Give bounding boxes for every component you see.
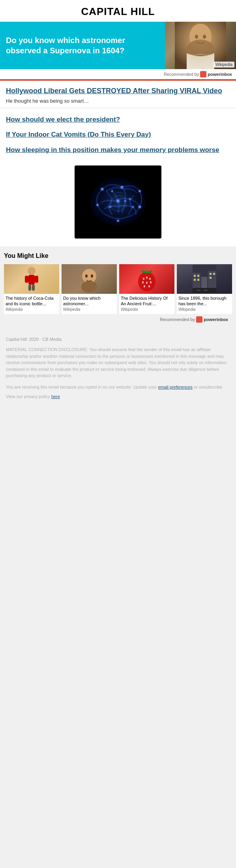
card-1[interactable]: Do you know which astronomer... Wikipedi… [62,264,117,314]
brain-image [75,165,161,239]
card-3[interactable]: Since 1896, this borough has been the...… [177,264,232,314]
svg-rect-43 [197,275,199,277]
svg-point-4 [203,35,206,39]
svg-rect-47 [213,273,215,275]
card-3-source: Wikipedia [177,307,232,314]
card-2-title: The Delicious History Of An Ancient Frui… [119,294,174,308]
card-2-image [119,264,174,294]
bottom-space [0,412,236,649]
ad-banner-text: Do you know which astronomer observed a … [6,35,140,56]
footer: Capital Hill: 2020 · CB Media. MATERIAL … [0,331,236,412]
svg-point-28 [91,274,93,278]
links-section: How should we elect the president? If Yo… [0,108,236,161]
card-2[interactable]: The Delicious History Of An Ancient Frui… [119,264,174,314]
card-3-image [177,264,232,294]
privacy-policy-link[interactable]: here [51,394,60,399]
powerinbox-logo: powerinbox [200,71,232,77]
svg-point-15 [129,198,131,200]
footer-receiving-text: You are receiving this email because you… [6,385,157,389]
brain-visualization [79,169,157,235]
you-might-like-title: You Might Like [4,252,232,259]
powerinbox-icon [200,71,206,77]
article-link-2[interactable]: How sleeping in this position makes your… [6,143,230,158]
card-0-source: Wikipedia [4,307,59,314]
svg-rect-48 [210,277,212,279]
svg-point-11 [117,220,119,222]
powerinbox-label-bottom: powerinbox [204,317,228,322]
main-article-link[interactable]: Hollywood Liberal Gets DESTROYED After S… [6,86,230,96]
svg-point-36 [144,285,145,287]
card-0-image [4,264,59,294]
cards-grid: The history of Coca-Cola and its iconic … [4,264,232,314]
svg-point-19 [28,267,36,275]
svg-point-12 [97,204,99,206]
site-title: CAPITAL HILL [4,6,232,18]
svg-point-30 [143,278,144,280]
footer-disclosure: MATERIAL CONNECTION DISCLOSURE: You shou… [6,346,230,379]
svg-rect-45 [197,279,199,281]
svg-rect-44 [194,279,196,281]
article-link-1[interactable]: If Your Indoor Cat Vomits (Do This Every… [6,127,230,142]
svg-point-3 [195,35,198,39]
svg-point-17 [124,200,126,202]
card-0[interactable]: The history of Coca-Cola and its iconic … [4,264,59,314]
main-article: Hollywood Liberal Gets DESTROYED After S… [0,81,236,108]
you-might-like-section: You Might Like [0,246,236,331]
card-1-image [62,264,117,294]
card-1-source: Wikipedia [62,307,117,314]
recommended-label: Recommended by [164,72,199,77]
svg-point-10 [139,206,141,208]
powerinbox-label: powerinbox [208,72,232,77]
footer-privacy: View our privacy policy here [6,393,230,400]
card-2-source: Wikipedia [119,307,174,314]
svg-point-2 [187,39,214,59]
svg-rect-22 [35,276,38,283]
svg-point-27 [85,274,88,278]
svg-point-35 [150,281,152,284]
svg-point-1 [189,24,212,50]
recommended-bar-bottom: Recommended by powerinbox [4,314,232,325]
svg-rect-24 [32,285,35,291]
svg-point-26 [81,281,97,293]
svg-point-32 [149,278,151,280]
svg-rect-21 [25,276,28,283]
card-2-svg [135,265,159,293]
wikipedia-badge: Wikipedia [214,62,234,68]
svg-rect-50 [197,290,200,291]
svg-point-8 [121,186,123,188]
svg-point-9 [139,190,141,192]
recommended-bar: Recommended by powerinbox [0,69,236,81]
article-link-0[interactable]: How should we elect the president? [6,112,230,127]
main-article-desc: He thought he was being so smart… [6,98,230,104]
footer-privacy-text: View our privacy policy [6,394,50,399]
svg-point-16 [109,206,111,208]
svg-point-18 [132,206,134,208]
footer-receiving: You are receiving this email because you… [6,384,230,391]
card-1-svg [79,265,99,293]
svg-rect-20 [28,275,35,285]
svg-point-34 [146,282,148,284]
ad-banner-image: Wikipedia [165,22,236,69]
svg-point-33 [142,281,144,284]
footer-copyright: Capital Hill: 2020 · CB Media. [6,337,230,342]
svg-rect-23 [28,285,31,291]
svg-point-14 [117,199,120,202]
footer-receiving-end: or unsubscribe. [194,385,223,389]
recommended-label-bottom: Recommended by [160,317,195,322]
svg-point-37 [148,285,150,287]
powerinbox-logo-bottom: powerinbox [196,316,228,323]
card-1-title: Do you know which astronomer... [62,294,117,308]
svg-rect-42 [194,275,196,277]
svg-rect-51 [204,290,208,291]
svg-rect-46 [210,273,212,275]
card-0-svg [22,265,41,293]
card-3-title: Since 1896, this borough has been the... [177,294,232,308]
brain-image-container [0,162,236,246]
email-preferences-link[interactable]: email preferences [158,385,192,389]
site-header: CAPITAL HILL [0,0,236,22]
card-3-svg [193,265,216,293]
card-0-title: The history of Coca-Cola and its iconic … [4,294,59,308]
svg-point-13 [111,190,113,192]
ad-banner[interactable]: Do you know which astronomer observed a … [0,22,236,69]
svg-point-7 [101,188,103,190]
